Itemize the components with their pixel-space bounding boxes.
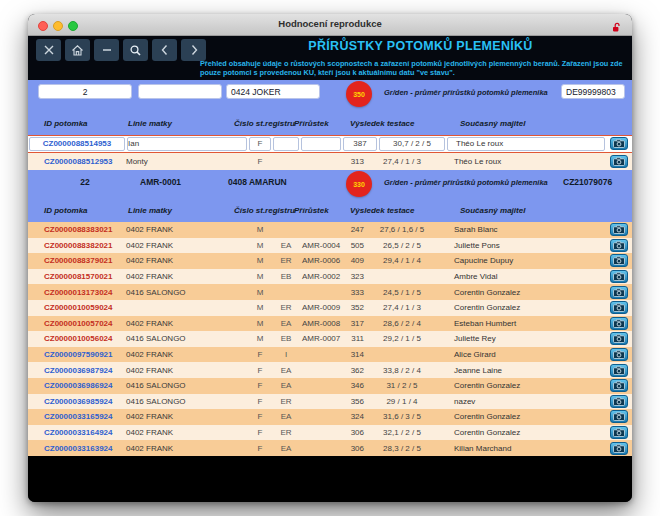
daily-gain-cell: 317 bbox=[342, 319, 378, 328]
camera-button[interactable] bbox=[610, 223, 628, 236]
offspring-id[interactable]: CZ0000088512953 bbox=[28, 157, 126, 166]
home-icon[interactable] bbox=[65, 39, 90, 61]
page-title: PŘÍRŮSTKY POTOMKŮ PLEMENÍKŮ bbox=[213, 39, 628, 53]
offspring-id[interactable]: CZ0000036987924 bbox=[28, 366, 126, 375]
dam-line-cell: 0416 SALONGO bbox=[126, 381, 248, 390]
offspring-row[interactable]: CZ0000088514953IanF38730,7 / 2 / 5Théo L… bbox=[28, 135, 632, 153]
camera-button[interactable] bbox=[610, 395, 628, 408]
col-linie-matky: Linie matky bbox=[128, 206, 172, 215]
camera-button[interactable] bbox=[610, 379, 628, 392]
camera-button[interactable] bbox=[610, 348, 628, 361]
dam-line-cell: 0402 FRANK bbox=[126, 366, 248, 375]
forward-icon[interactable] bbox=[181, 39, 206, 61]
back-icon[interactable] bbox=[152, 39, 177, 61]
offspring-id[interactable]: CZ0000010057024 bbox=[28, 319, 126, 328]
dam-line-cell: 0402 FRANK bbox=[126, 272, 248, 281]
grade-cell: EA bbox=[272, 241, 300, 250]
offspring-count-value: 22 bbox=[38, 177, 132, 187]
offspring-id[interactable]: CZ0000010059024 bbox=[28, 303, 126, 312]
offspring-row[interactable]: CZ00000100570240402 FRANKMEAAMR-00083172… bbox=[28, 316, 632, 332]
camera-button[interactable] bbox=[610, 332, 628, 345]
offspring-row[interactable]: CZ00000975909210402 FRANKFI314Alice Gira… bbox=[28, 347, 632, 363]
dam-line-cell: 0402 FRANK bbox=[126, 256, 248, 265]
camera-icon bbox=[613, 222, 625, 237]
camera-icon bbox=[613, 378, 625, 393]
offspring-row[interactable]: CZ00000331659240402 FRANKFEA32431,6 / 3 … bbox=[28, 409, 632, 425]
test-result-cell[interactable]: 30,7 / 2 / 5 bbox=[379, 137, 445, 151]
sire-name-field[interactable]: 0424 JOKER bbox=[226, 84, 320, 99]
offspring-id[interactable]: CZ0000088379021 bbox=[28, 256, 126, 265]
camera-button[interactable] bbox=[610, 239, 628, 252]
camera-button[interactable] bbox=[610, 410, 628, 423]
close-icon[interactable] bbox=[36, 39, 61, 61]
offspring-id[interactable]: CZ0000033165924 bbox=[28, 412, 126, 421]
owner-cell: Corentin Gonzalez bbox=[446, 303, 606, 312]
owner-cell[interactable]: Théo Le roux bbox=[447, 137, 605, 151]
camera-button[interactable] bbox=[610, 137, 628, 150]
offspring-count-field[interactable]: 2 bbox=[38, 84, 132, 99]
offspring-row[interactable]: CZ00000331649240402 FRANKFER30632,1 / 2 … bbox=[28, 425, 632, 441]
camera-icon bbox=[613, 347, 625, 362]
daily-gain-cell[interactable]: 387 bbox=[343, 137, 377, 151]
offspring-row[interactable]: CZ00000883830210402 FRANKM24727,6 / 1,6 … bbox=[28, 222, 632, 238]
offspring-id[interactable]: CZ0000036985924 bbox=[28, 397, 126, 406]
dam-line-cell[interactable]: Ian bbox=[127, 137, 247, 151]
sire-summary-1: 2 0424 JOKER 350 Gr/den - průměr přírůst… bbox=[28, 80, 632, 135]
herd-id-field[interactable]: DE99999803 bbox=[561, 84, 625, 99]
offspring-id[interactable]: CZ0000088382021 bbox=[28, 241, 126, 250]
offspring-id[interactable]: CZ0000013173024 bbox=[28, 288, 126, 297]
offspring-table-1: CZ0000088514953IanF38730,7 / 2 / 5Théo L… bbox=[28, 135, 632, 170]
offspring-row[interactable]: CZ00000100560240416 SALONGOMEBAMR-000731… bbox=[28, 331, 632, 347]
offspring-row[interactable]: CZ00000369859240416 SALONGOFER35629 / 1 … bbox=[28, 394, 632, 410]
camera-icon bbox=[613, 300, 625, 315]
search-icon[interactable] bbox=[123, 39, 148, 61]
camera-button[interactable] bbox=[610, 301, 628, 314]
camera-button[interactable] bbox=[610, 254, 628, 267]
owner-cell: Jeanne Laine bbox=[446, 366, 606, 375]
daily-gain-cell: 313 bbox=[342, 157, 378, 166]
camera-icon bbox=[613, 441, 625, 456]
column-headers: ID potomka Linie matky Číslo st.registru… bbox=[28, 119, 632, 133]
offspring-row[interactable]: CZ00000883790210402 FRANKMERAMR-00064092… bbox=[28, 253, 632, 269]
sex-cell: M bbox=[248, 288, 272, 297]
minimize-icon[interactable] bbox=[94, 39, 119, 61]
offspring-row[interactable]: CZ00000131730240416 SALONGOM33324,5 / 1 … bbox=[28, 284, 632, 300]
avg-gain-badge: 330 bbox=[346, 171, 372, 197]
offspring-id[interactable]: CZ0000088383021 bbox=[28, 225, 126, 234]
offspring-id[interactable]: CZ0000097590921 bbox=[28, 350, 126, 359]
owner-cell: Corentin Gonzalez bbox=[446, 428, 606, 437]
offspring-id[interactable]: CZ0000033163924 bbox=[28, 444, 126, 453]
camera-button[interactable] bbox=[610, 270, 628, 283]
camera-icon bbox=[613, 253, 625, 268]
daily-gain-cell: 323 bbox=[342, 272, 378, 281]
owner-cell: Alice Girard bbox=[446, 350, 606, 359]
test-result-cell: 26,5 / 2 / 5 bbox=[378, 241, 446, 250]
avg-gain-label: Gr/den - průměr přírůstků potomků plemen… bbox=[384, 88, 548, 97]
offspring-row[interactable]: CZ00000331639240402 FRANKFEA30628,3 / 2 … bbox=[28, 440, 632, 456]
camera-icon bbox=[613, 269, 625, 284]
camera-button[interactable] bbox=[610, 286, 628, 299]
grade-cell: EB bbox=[272, 334, 300, 343]
sex-cell[interactable]: F bbox=[249, 137, 271, 151]
offspring-id[interactable]: CZ0000010056024 bbox=[28, 334, 126, 343]
camera-button[interactable] bbox=[610, 155, 628, 168]
registry-number-cell[interactable] bbox=[301, 137, 341, 151]
line-field[interactable] bbox=[138, 84, 222, 99]
offspring-row[interactable]: CZ00000369879240402 FRANKFEA36233,8 / 2 … bbox=[28, 362, 632, 378]
offspring-row[interactable]: CZ00000815700210402 FRANKMEBAMR-0002323A… bbox=[28, 269, 632, 285]
sex-cell: M bbox=[248, 241, 272, 250]
grade-cell[interactable] bbox=[273, 137, 299, 151]
offspring-id[interactable]: CZ0000033164924 bbox=[28, 428, 126, 437]
camera-button[interactable] bbox=[610, 317, 628, 330]
offspring-id[interactable]: CZ0000081570021 bbox=[28, 272, 126, 281]
sex-cell: F bbox=[248, 157, 272, 166]
offspring-row[interactable]: CZ0000088512953MontyF31327,4 / 1 / 3Théo… bbox=[28, 153, 632, 171]
offspring-row[interactable]: CZ0000010059024MERAMR-000935227,4 / 1 / … bbox=[28, 300, 632, 316]
camera-button[interactable] bbox=[610, 364, 628, 377]
offspring-row[interactable]: CZ00000883820210402 FRANKMEAAMR-00045052… bbox=[28, 238, 632, 254]
offspring-id[interactable]: CZ0000036986924 bbox=[28, 381, 126, 390]
offspring-row[interactable]: CZ00000369869240416 SALONGOFEA34631 / 2 … bbox=[28, 378, 632, 394]
camera-button[interactable] bbox=[610, 442, 628, 455]
camera-button[interactable] bbox=[610, 426, 628, 439]
offspring-id[interactable]: CZ0000088514953 bbox=[29, 137, 125, 151]
